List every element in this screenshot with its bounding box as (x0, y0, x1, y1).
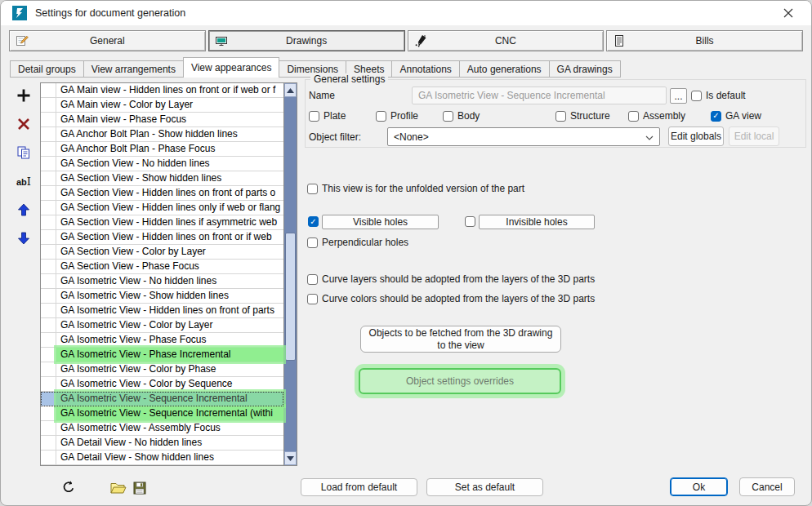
edit-local-button[interactable]: Edit local (729, 126, 779, 146)
curve-layers-checkbox[interactable]: ✓ Curve layers should be adopted from th… (307, 273, 595, 285)
scrollbar-thumb[interactable] (285, 233, 296, 361)
close-icon[interactable] (774, 1, 803, 25)
is-default-checkbox[interactable]: ✓ Is default (691, 90, 746, 101)
subtab-auto-generations[interactable]: Auto generations (459, 60, 550, 78)
delete-icon[interactable] (13, 114, 34, 134)
list-item[interactable]: GA Isometric View - Color by Sequence (41, 377, 283, 392)
perpendicular-holes-checkbox[interactable]: ✓ Perpendicular holes (307, 237, 408, 248)
visible-holes-button[interactable]: Visible holes (322, 215, 439, 229)
subtab-view-appearances[interactable]: View appearances (183, 57, 280, 78)
list-item[interactable]: GA Section View - Hidden lines only if w… (41, 201, 283, 215)
list-item[interactable]: GA Main view - Hidden lines on front or … (41, 83, 283, 98)
list-item[interactable]: GA Main view - Phase Focus (41, 113, 283, 127)
list-item[interactable]: GA Isometric View - Phase Focus (41, 333, 283, 348)
list-item[interactable]: GA Detail View - No hidden lines (41, 436, 283, 451)
row-selector-cell[interactable] (41, 274, 56, 288)
row-selector-cell[interactable] (41, 451, 56, 464)
object-settings-overrides-button[interactable]: Object settings overrides (359, 368, 561, 394)
object-filter-dropdown[interactable]: <None> (387, 127, 660, 146)
list-item[interactable]: GA Section View - Show hidden lines (41, 171, 283, 186)
type-checkbox-profile[interactable]: ✓Profile (376, 110, 418, 122)
move-up-icon[interactable] (13, 200, 34, 220)
fetch-objects-button[interactable]: Objects to be fetched from the 3D drawin… (360, 326, 561, 353)
copy-icon[interactable] (13, 143, 34, 162)
row-selector-cell[interactable] (41, 83, 56, 97)
row-selector-cell[interactable] (41, 245, 56, 259)
add-icon[interactable] (13, 86, 34, 105)
row-selector-cell[interactable] (41, 215, 56, 229)
list-item[interactable]: GA Isometric View - Color by Phase (41, 362, 283, 377)
list-item[interactable]: GA Detail View - Show hidden lines (41, 451, 283, 465)
list-item[interactable]: GA Section View - Color by Layer (41, 245, 283, 260)
tab-cnc[interactable]: CNC (408, 30, 605, 51)
row-selector-cell[interactable] (41, 201, 56, 215)
row-selector-cell[interactable] (41, 260, 56, 273)
list-item[interactable]: GA Isometric View - Show hidden lines (41, 289, 283, 304)
list-item[interactable]: GA Anchor Bolt Plan - Phase Focus (41, 142, 283, 157)
curve-colors-checkbox[interactable]: ✓ Curve colors should be adopted from th… (307, 293, 595, 304)
row-selector-cell[interactable] (41, 113, 56, 126)
row-selector-cell[interactable] (41, 362, 56, 376)
list-scrollbar[interactable] (283, 83, 297, 465)
row-selector-cell[interactable] (41, 171, 56, 185)
row-selector-cell[interactable] (41, 318, 56, 332)
list-item[interactable]: GA Section View - Hidden lines if asymme… (41, 215, 283, 230)
scroll-up-icon[interactable] (284, 83, 297, 97)
set-as-default-button[interactable]: Set as default (426, 478, 543, 496)
row-selector-cell[interactable] (41, 289, 56, 303)
row-selector-cell[interactable] (41, 392, 56, 406)
row-selector-cell[interactable] (41, 142, 56, 156)
list-item[interactable]: GA Isometric View - Color by Layer (41, 318, 283, 333)
save-icon[interactable] (131, 479, 149, 497)
load-from-default-button[interactable]: Load from default (301, 478, 417, 496)
list-item[interactable]: GA Isometric View - Phase Incremental (41, 348, 283, 362)
cancel-button[interactable]: Cancel (739, 477, 795, 496)
list-item[interactable]: GA Isometric View - No hidden lines (41, 274, 283, 289)
edit-globals-button[interactable]: Edit globals (668, 126, 724, 146)
tab-bills[interactable]: Bills (606, 30, 803, 51)
row-selector-cell[interactable] (41, 421, 56, 435)
list-item[interactable]: GA Isometric View - Sequence Incremental (41, 392, 283, 406)
list-item[interactable]: GA Isometric View - Assembly Focus (41, 421, 283, 436)
tab-general[interactable]: General (9, 30, 206, 51)
unfolded-checkbox[interactable]: ✓ This view is for the unfolded version … (307, 183, 524, 194)
type-checkbox-structure[interactable]: ✓Structure (555, 110, 610, 122)
row-selector-cell[interactable] (41, 377, 56, 391)
row-selector-cell[interactable] (41, 230, 56, 244)
row-selector-cell[interactable] (41, 304, 56, 317)
list-item[interactable]: GA Isometric View - Hidden lines on fron… (41, 304, 283, 318)
invisible-holes-checkbox[interactable]: ✓ (465, 216, 475, 227)
type-checkbox-plate[interactable]: ✓Plate (309, 110, 346, 122)
visible-holes-checkbox[interactable]: ✓ (308, 216, 319, 227)
name-field[interactable]: GA Isometric View - Sequence Incremental (412, 87, 667, 104)
list-item[interactable]: GA Main view - Color by Layer (41, 98, 283, 113)
list-item[interactable]: GA Section View - Hidden lines on front … (41, 186, 283, 201)
subtab-ga-drawings[interactable]: GA drawings (549, 60, 621, 78)
list-item[interactable]: GA Section View - Phase Focus (41, 260, 283, 274)
ok-button[interactable]: Ok (670, 477, 728, 496)
row-selector-cell[interactable] (41, 348, 56, 362)
row-selector-cell[interactable] (41, 406, 56, 420)
list-item[interactable]: GA Section View - Hidden lines on front … (41, 230, 283, 245)
list-item[interactable]: GA Anchor Bolt Plan - Show hidden lines (41, 127, 283, 142)
refresh-icon[interactable] (60, 478, 78, 496)
list-item[interactable]: GA Section View - No hidden lines (41, 157, 283, 171)
open-folder-icon[interactable] (109, 479, 127, 497)
browse-button[interactable]: ... (670, 88, 687, 104)
list-item[interactable]: GA Isometric View - Sequence Incremental… (41, 406, 283, 421)
type-checkbox-ga-view[interactable]: ✓GA view (711, 110, 761, 122)
invisible-holes-button[interactable]: Invisible holes (479, 215, 595, 229)
type-checkbox-assembly[interactable]: ✓Assembly (628, 110, 685, 122)
row-selector-cell[interactable] (41, 127, 56, 141)
row-selector-cell[interactable] (41, 186, 56, 200)
subtab-detail-groups[interactable]: Detail groups (10, 60, 84, 78)
row-selector-cell[interactable] (41, 98, 56, 112)
row-selector-cell[interactable] (41, 333, 56, 347)
rename-icon[interactable]: abI (13, 171, 34, 191)
tab-drawings[interactable]: Drawings (208, 30, 405, 51)
subtab-annotations[interactable]: Annotations (391, 60, 459, 78)
row-selector-cell[interactable] (41, 436, 56, 450)
move-down-icon[interactable] (13, 229, 34, 248)
row-selector-cell[interactable] (41, 157, 56, 171)
type-checkbox-body[interactable]: ✓Body (443, 110, 480, 122)
